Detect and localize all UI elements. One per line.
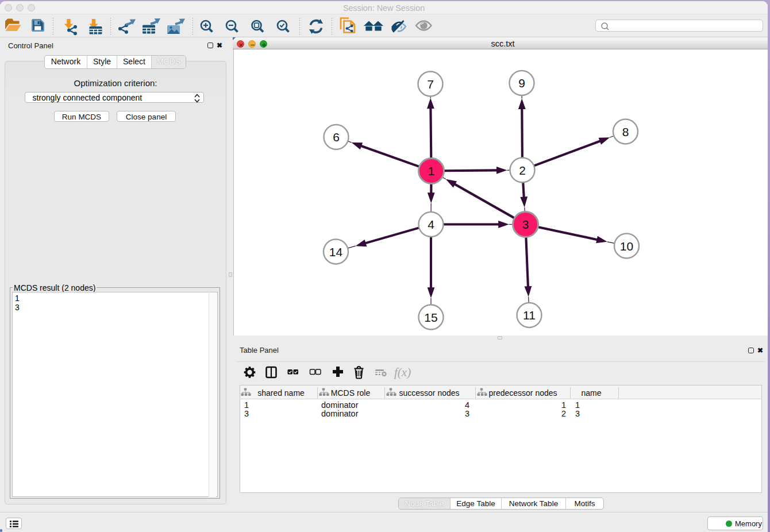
svg-text:4: 4 (428, 218, 434, 231)
svg-text:name: name (581, 388, 601, 398)
svg-text:7: 7 (427, 78, 434, 91)
svg-text:3: 3 (522, 218, 529, 231)
svg-text:6: 6 (333, 130, 340, 144)
svg-text:1: 1 (428, 164, 435, 178)
svg-text:f(x): f(x) (394, 365, 411, 379)
svg-text:2: 2 (519, 164, 526, 177)
svg-text:MCDS role: MCDS role (331, 388, 371, 398)
svg-text:11: 11 (523, 309, 536, 322)
svg-text:successor nodes: successor nodes (399, 388, 459, 398)
svg-text:14: 14 (329, 245, 343, 259)
svg-text:15: 15 (424, 311, 437, 324)
svg-text:shared name: shared name (257, 388, 305, 398)
svg-text:10: 10 (620, 240, 633, 253)
svg-text:8: 8 (622, 125, 629, 138)
svg-text:9: 9 (518, 76, 525, 90)
svg-text:predecessor nodes: predecessor nodes (488, 388, 557, 398)
